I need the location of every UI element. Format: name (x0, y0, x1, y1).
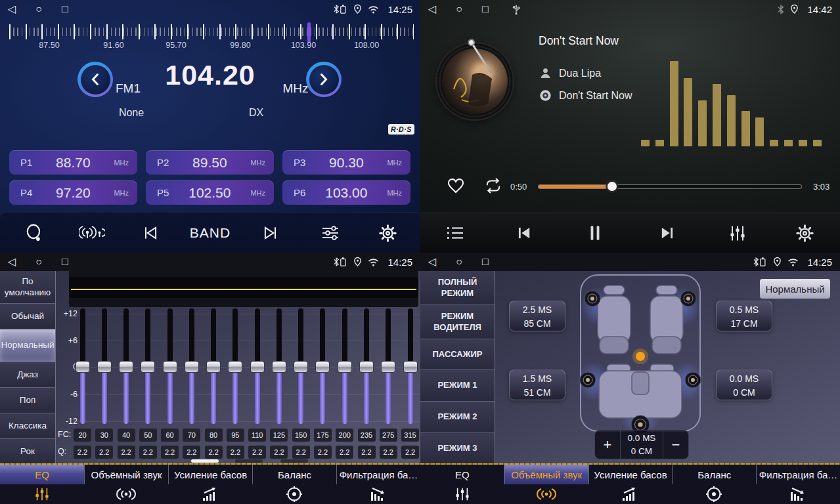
settings-button[interactable] (782, 213, 828, 253)
eq-band-slider[interactable] (403, 308, 418, 424)
tab-surround-icon-cell[interactable] (504, 484, 588, 504)
eq-preset-rock[interactable]: Рок (0, 439, 56, 465)
mode-3[interactable]: РЕЖИМ 3 (420, 433, 495, 465)
tab-filter[interactable]: Фильтрация ба… (756, 465, 840, 484)
home-icon[interactable]: ○ (35, 4, 42, 14)
slider-thumb[interactable] (272, 361, 286, 373)
playlist-button[interactable] (432, 213, 478, 253)
tab-bass-icon-cell[interactable] (168, 484, 252, 504)
eq-band-slider[interactable] (315, 308, 330, 424)
slider-thumb[interactable] (315, 361, 330, 373)
back-icon[interactable]: ◁ (8, 257, 16, 267)
tab-filter-icon-cell[interactable] (756, 484, 840, 504)
slider-thumb[interactable] (381, 361, 395, 373)
soundfield-preset-button[interactable]: Нормальный (760, 279, 830, 299)
slider-thumb[interactable] (250, 361, 265, 373)
eq-preset-jazz[interactable]: Джаз (0, 362, 56, 388)
slider-thumb[interactable] (119, 361, 133, 373)
slider-thumb[interactable] (97, 361, 112, 373)
delay-decrease-button[interactable]: − (663, 430, 688, 459)
eq-band-slider[interactable] (141, 308, 155, 424)
back-icon[interactable]: ◁ (428, 257, 436, 267)
preset-button-4[interactable]: P4 97.20 MHz (9, 180, 137, 205)
mode-full[interactable]: ПОЛНЫЙ РЕЖИМ (420, 271, 495, 305)
eq-band-slider[interactable] (272, 308, 286, 424)
repeat-button[interactable] (483, 177, 503, 194)
slider-thumb[interactable] (403, 361, 418, 373)
previous-track-button[interactable] (500, 213, 546, 253)
eq-band-slider[interactable] (294, 308, 308, 424)
tab-balance-icon-cell[interactable] (672, 484, 756, 504)
band-button[interactable]: BAND (187, 213, 233, 253)
home-icon[interactable]: ○ (456, 4, 462, 14)
eq-preset-normal[interactable]: Нормальный (0, 329, 56, 362)
tab-eq[interactable]: EQ (420, 465, 504, 484)
mode-2[interactable]: РЕЖИМ 2 (420, 402, 495, 433)
progress-knob[interactable] (608, 182, 617, 191)
eq-preset-pop[interactable]: Поп (0, 388, 56, 413)
eq-band-slider[interactable] (163, 308, 177, 424)
eq-band-slider[interactable] (76, 308, 90, 424)
eq-band-slider[interactable] (119, 308, 133, 424)
eq-band-slider[interactable] (185, 308, 199, 424)
eq-preset-default[interactable]: По умолчанию (0, 271, 56, 304)
eq-band-slider[interactable] (228, 308, 242, 424)
back-icon[interactable]: ◁ (428, 4, 436, 14)
mode-driver[interactable]: РЕЖИМ ВОДИТЕЛЯ (420, 305, 495, 339)
eq-band-slider[interactable] (381, 308, 395, 424)
progress-bar[interactable] (539, 185, 801, 188)
next-station-button[interactable] (248, 213, 294, 253)
eq-preset-custom[interactable]: Обычай (0, 304, 56, 329)
preset-button-1[interactable]: P1 88.70 MHz (9, 150, 137, 175)
tab-surround[interactable]: Объёмный звук (504, 465, 588, 484)
tab-bass-boost[interactable]: Усиление басов (588, 465, 673, 484)
recents-icon[interactable]: □ (482, 257, 489, 267)
tab-eq-icon-cell[interactable] (0, 484, 84, 504)
tuning-indicator[interactable] (307, 22, 311, 43)
radio-program-button[interactable] (69, 213, 115, 253)
tab-balance-icon-cell[interactable] (252, 484, 336, 504)
slider-thumb[interactable] (141, 361, 155, 373)
recents-icon[interactable]: □ (62, 4, 68, 14)
frequency-scale[interactable] (9, 22, 414, 42)
recents-icon[interactable]: □ (62, 257, 68, 267)
tab-filter-icon-cell[interactable] (336, 484, 420, 504)
preset-button-3[interactable]: P3 90.30 MHz (282, 150, 410, 175)
tab-surround-icon-cell[interactable] (84, 484, 168, 504)
home-icon[interactable]: ○ (35, 257, 42, 267)
next-track-button[interactable] (644, 213, 690, 253)
tab-filter[interactable]: Фильтрация ба… (336, 465, 420, 484)
pause-button[interactable] (572, 213, 618, 253)
scan-button[interactable] (11, 213, 57, 253)
slider-thumb[interactable] (163, 361, 177, 373)
eq-preset-classic[interactable]: Классика (0, 413, 56, 439)
preset-button-2[interactable]: P2 89.50 MHz (146, 150, 274, 175)
eq-band-slider[interactable] (97, 308, 112, 424)
home-icon[interactable]: ○ (456, 257, 462, 267)
slider-thumb[interactable] (359, 361, 374, 373)
mode-1[interactable]: РЕЖИМ 1 (420, 370, 495, 402)
mode-passenger[interactable]: ПАССАЖИР (420, 339, 495, 370)
eq-band-slider[interactable] (250, 308, 265, 424)
tab-eq[interactable]: EQ (0, 465, 84, 484)
back-icon[interactable]: ◁ (8, 4, 16, 14)
tab-bass-boost[interactable]: Усиление басов (168, 465, 252, 484)
preset-button-6[interactable]: P6 103.00 MHz (282, 180, 410, 205)
eq-band-slider[interactable] (338, 308, 352, 424)
slider-thumb[interactable] (206, 361, 221, 373)
slider-thumb[interactable] (228, 361, 242, 373)
audio-settings-button[interactable] (307, 213, 353, 253)
tab-balance[interactable]: Баланс (252, 465, 336, 484)
tab-surround[interactable]: Объёмный звук (84, 465, 168, 484)
eq-band-slider[interactable] (206, 308, 221, 424)
delay-increase-button[interactable]: + (595, 430, 620, 459)
slider-thumb[interactable] (338, 361, 352, 373)
tab-balance[interactable]: Баланс (672, 465, 756, 484)
settings-button[interactable] (365, 213, 410, 253)
slider-thumb[interactable] (76, 361, 90, 373)
preset-button-5[interactable]: P5 102.50 MHz (146, 180, 274, 205)
previous-station-button[interactable] (127, 213, 173, 253)
slider-thumb[interactable] (294, 361, 308, 373)
slider-thumb[interactable] (185, 361, 199, 373)
recents-icon[interactable]: □ (482, 4, 489, 14)
